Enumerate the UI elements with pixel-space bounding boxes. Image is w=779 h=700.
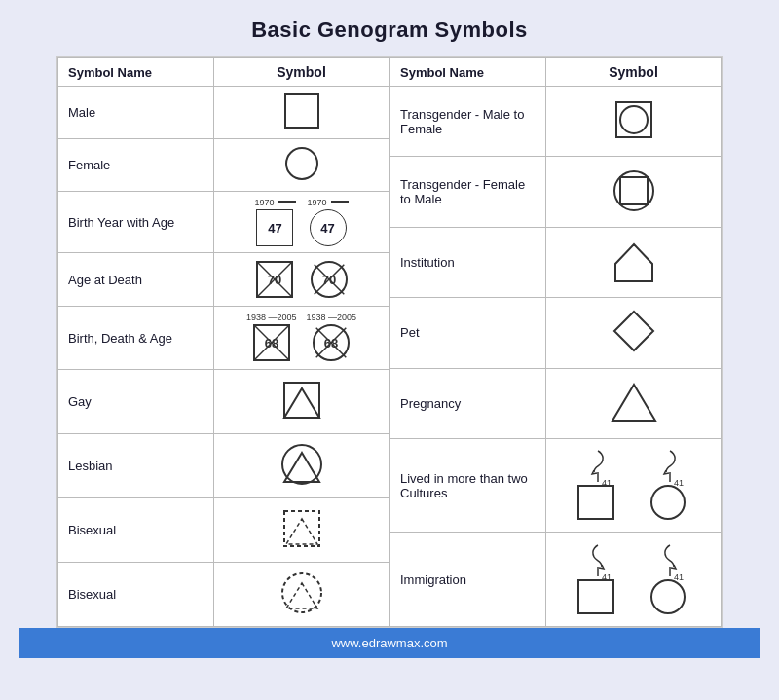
row-name-lesbian: Lesbian: [58, 434, 214, 498]
symbol-lesbian: [214, 434, 390, 498]
svg-point-20: [282, 445, 321, 484]
table-row: Birth, Death & Age 1938 —2005 68: [58, 307, 390, 370]
svg-rect-0: [285, 94, 318, 128]
symbol-birth-year: 1970 47 1970 47: [214, 192, 390, 253]
symbol-institution: [546, 227, 722, 297]
row-name-trans-mtf: Transgender - Male to Female: [390, 87, 546, 157]
row-name-age-death: Age at Death: [58, 253, 214, 307]
svg-marker-31: [614, 312, 653, 350]
svg-point-27: [620, 106, 648, 133]
table-row: Male: [58, 87, 390, 139]
svg-text:70: 70: [321, 273, 335, 287]
symbol-age-death: 70 70: [214, 253, 390, 307]
row-name-birth-year: Birth Year with Age: [58, 192, 214, 253]
table-row: Bisexual: [58, 563, 390, 627]
svg-rect-29: [620, 177, 648, 204]
row-name-immigration: Immigration: [390, 533, 546, 627]
row-name-bisexual-male: Bisexual: [58, 498, 214, 563]
svg-text:41: 41: [674, 478, 684, 488]
symbol-immigration: 41 41: [546, 533, 722, 627]
row-name-birth-death-age: Birth, Death & Age: [58, 307, 214, 370]
page-title: Basic Genogram Symbols: [251, 18, 528, 43]
table-row: Pregnancy: [390, 368, 722, 438]
svg-rect-22: [284, 511, 319, 546]
svg-rect-41: [578, 580, 613, 613]
symbol-female: [214, 139, 390, 192]
footer: www.edrawmax.com: [19, 628, 760, 658]
symbol-trans-mtf: [546, 87, 722, 157]
right-table: Symbol Name Symbol Transgender - Male to…: [390, 57, 722, 627]
left-table: Symbol Name Symbol Male Female: [57, 57, 390, 627]
svg-marker-19: [284, 388, 319, 418]
symbol-bisexual-female: [214, 563, 390, 627]
row-name-female: Female: [58, 139, 214, 192]
row-name-pet: Pet: [390, 298, 546, 368]
symbol-trans-ftm: [546, 157, 722, 227]
table-row: Institution: [390, 227, 722, 297]
svg-rect-26: [616, 102, 651, 137]
footer-text: www.edrawmax.com: [331, 636, 447, 650]
symbol-male: [214, 87, 390, 139]
row-name-male: Male: [58, 87, 214, 139]
table-row: Lived in more than two Cultures 41: [390, 438, 722, 533]
table-row: Birth Year with Age 1970 47 1970 47: [58, 192, 390, 253]
left-header-name: Symbol Name: [58, 58, 214, 87]
table-row: Transgender - Female to Male: [390, 157, 722, 227]
svg-marker-32: [612, 385, 655, 421]
svg-marker-30: [615, 244, 652, 281]
symbol-bisexual-male: [214, 498, 390, 563]
symbol-birth-death-age: 1938 —2005 68 1938 —2005: [214, 307, 390, 370]
svg-rect-35: [578, 486, 613, 519]
symbol-pet: [546, 298, 722, 368]
table-row: Gay: [58, 370, 390, 434]
tables-wrapper: Symbol Name Symbol Male Female: [56, 56, 723, 628]
row-name-bisexual-female: Bisexual: [58, 563, 214, 627]
svg-marker-21: [284, 453, 319, 482]
svg-text:68: 68: [264, 336, 278, 350]
right-header-name: Symbol Name: [390, 58, 546, 87]
svg-marker-23: [286, 519, 317, 544]
table-row: Immigration 41: [390, 533, 722, 627]
table-row: Transgender - Male to Female: [390, 87, 722, 157]
left-header-symbol: Symbol: [214, 58, 390, 87]
row-name-gay: Gay: [58, 370, 214, 434]
right-header-symbol: Symbol: [546, 58, 722, 87]
table-row: Lesbian: [58, 434, 390, 498]
symbol-cultures: 41 41: [546, 438, 722, 533]
svg-point-1: [286, 148, 317, 179]
symbol-gay: [214, 370, 390, 434]
table-row: Bisexual: [58, 498, 390, 563]
svg-text:41: 41: [674, 572, 684, 582]
table-row: Age at Death 70: [58, 253, 390, 307]
svg-point-44: [651, 580, 685, 613]
table-row: Pet: [390, 298, 722, 368]
row-name-trans-ftm: Transgender - Female to Male: [390, 157, 546, 227]
symbol-pregnancy: [546, 368, 722, 438]
row-name-cultures: Lived in more than two Cultures: [390, 438, 546, 533]
row-name-institution: Institution: [390, 227, 546, 297]
svg-text:70: 70: [267, 273, 280, 287]
svg-marker-25: [286, 583, 317, 608]
table-row: Female: [58, 139, 390, 192]
svg-text:68: 68: [324, 336, 338, 350]
svg-point-38: [651, 486, 685, 519]
row-name-pregnancy: Pregnancy: [390, 368, 546, 438]
